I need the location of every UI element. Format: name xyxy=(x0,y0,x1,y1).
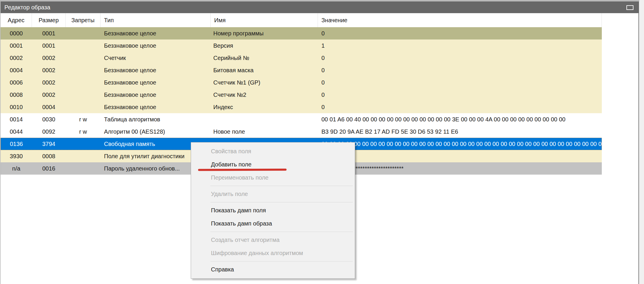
cell-name: Серийный № xyxy=(211,52,318,64)
cell-permissions xyxy=(66,76,100,89)
header-label-value: Значение xyxy=(321,17,347,24)
menu-separator xyxy=(210,202,353,202)
cell-address: 0001 xyxy=(1,39,32,52)
cell-type: Беззнаковое целое xyxy=(100,27,211,39)
cell-type: Таблица алгоритмов xyxy=(100,113,211,125)
cell-value: 0 xyxy=(318,76,602,89)
maximize-icon xyxy=(626,5,633,10)
cell-value: ************************************ xyxy=(318,162,602,175)
cell-permissions xyxy=(66,101,100,113)
cell-value: 00 01 A6 00 40 00 00 00 00 00 00 00 00 0… xyxy=(318,113,602,125)
cell-address: 0004 xyxy=(1,64,32,76)
header-cell-name[interactable]: Имя xyxy=(211,13,318,27)
header-cell-value[interactable]: Значение xyxy=(318,13,602,27)
cell-value: 0 xyxy=(318,89,602,101)
header-cell-addr[interactable]: Адрес xyxy=(1,13,32,27)
cell-permissions: r w xyxy=(66,113,100,125)
cell-size: 3794 xyxy=(32,138,66,150)
cell-permissions xyxy=(66,64,100,76)
cell-value: 0 xyxy=(318,101,602,113)
cell-size: 0002 xyxy=(32,52,66,64)
cell-size: 0002 xyxy=(32,64,66,76)
cell-address: 0008 xyxy=(1,89,32,101)
cell-permissions: r w xyxy=(66,125,100,138)
window-title: Редактор образа xyxy=(4,4,50,11)
table-row[interactable]: 0010 0004 Беззнаковое целое Индекс 0 xyxy=(1,101,602,113)
context-menu-item-show-image-dump[interactable]: Показать дамп образа xyxy=(191,217,355,230)
cell-permissions xyxy=(66,89,100,101)
table-row[interactable]: 0000 0001 Беззнаковое целое Номер програ… xyxy=(1,27,602,39)
context-menu-item-help[interactable]: Справка xyxy=(191,263,355,276)
header-cell-size[interactable]: Размер xyxy=(32,13,66,27)
header-cell-perm[interactable]: Запреты xyxy=(66,13,100,27)
cell-size: 0008 xyxy=(32,150,66,162)
table-header: АдресРазмерЗапретыТипИмяЗначение xyxy=(1,13,602,27)
cell-type: Алгоритм 00 (AES128) xyxy=(100,125,211,138)
menu-separator xyxy=(210,186,353,186)
table-row[interactable]: 0014 0030 r w Таблица алгоритмов 00 01 A… xyxy=(1,113,602,125)
cell-name: Версия xyxy=(211,39,318,52)
cell-value: 0 xyxy=(318,64,602,76)
context-menu-item-field-properties: Свойства поля xyxy=(191,145,355,158)
context-menu-item-create-algorithm-report: Создать отчет алгоритма xyxy=(191,233,355,247)
cell-name: Счетчик №1 (GP) xyxy=(211,76,318,89)
menu-separator xyxy=(210,232,353,232)
maximize-button[interactable] xyxy=(626,5,634,10)
cell-size: 0002 xyxy=(32,76,66,89)
cell-permissions xyxy=(66,150,100,162)
cell-value: 00 00 00 00 00 00 00 00 00 00 00 00 00 0… xyxy=(318,138,602,150)
header-label-name: Имя xyxy=(214,17,226,24)
cell-value: B3 9D 20 9A AE B2 17 AD FD 5E 30 D6 53 9… xyxy=(318,125,602,138)
cell-name xyxy=(211,113,318,125)
cell-value: 0 xyxy=(318,52,602,64)
cell-size: 0001 xyxy=(32,27,66,39)
cell-size: 0002 xyxy=(32,89,66,101)
cell-size: 0092 xyxy=(32,125,66,138)
red-underline-annotation xyxy=(198,168,287,171)
table-row[interactable]: 0001 0001 Беззнаковое целое Версия 1 xyxy=(1,39,602,52)
cell-permissions xyxy=(66,52,100,64)
table-row[interactable]: 0002 0002 Счетчик Серийный № 0 xyxy=(1,52,602,64)
header-label-addr: Адрес xyxy=(8,17,24,24)
context-menu: Свойства поляДобавить полеПереименовать … xyxy=(191,142,355,279)
table-row[interactable]: 0004 0002 Беззнаковое целое Битовая маск… xyxy=(1,64,602,76)
cell-address: n/a xyxy=(1,162,32,175)
title-bar[interactable]: Редактор образа xyxy=(1,1,638,13)
context-menu-item-rename-field: Переименовать поле xyxy=(191,171,355,184)
table-row[interactable]: 0006 0002 Беззнаковое целое Счетчик №1 (… xyxy=(1,76,602,89)
table-row[interactable]: 0044 0092 r w Алгоритм 00 (AES128) Новое… xyxy=(1,125,602,138)
cell-type: Беззнаковое целое xyxy=(100,76,211,89)
cell-size: 0016 xyxy=(32,162,66,175)
cell-permissions xyxy=(66,138,100,150)
context-menu-item-encrypt-data-algorithm: Шифрование данных алгоритмом xyxy=(191,247,355,260)
cell-address: 0044 xyxy=(1,125,32,138)
cell-size: 0030 xyxy=(32,113,66,125)
cell-type: Беззнаковое целое xyxy=(100,39,211,52)
context-menu-item-show-field-dump[interactable]: Показать дамп поля xyxy=(191,204,355,217)
cell-address: 0000 xyxy=(1,27,32,39)
cell-type: Счетчик xyxy=(100,52,211,64)
header-label-size: Размер xyxy=(39,17,59,24)
cell-permissions xyxy=(66,39,100,52)
cell-value: 1 xyxy=(318,39,602,52)
cell-address: 3930 xyxy=(1,150,32,162)
cell-size: 0004 xyxy=(32,101,66,113)
cell-name: Новое поле xyxy=(211,125,318,138)
header-label-type: Тип xyxy=(104,17,114,24)
cell-type: Беззнаковое целое xyxy=(100,64,211,76)
cell-type: Беззнаковое целое xyxy=(100,101,211,113)
header-cell-type[interactable]: Тип xyxy=(100,13,211,27)
context-menu-item-delete-field: Удалить поле xyxy=(191,187,355,201)
cell-size: 0001 xyxy=(32,39,66,52)
header-label-perm: Запреты xyxy=(71,17,94,24)
cell-address: 0014 xyxy=(1,113,32,125)
cell-address: 0136 xyxy=(1,138,32,150)
menu-separator xyxy=(210,261,353,261)
cell-name: Счетчик №2 xyxy=(211,89,318,101)
cell-value: 0 xyxy=(318,27,602,39)
cell-name: Номер программы xyxy=(211,27,318,39)
cell-value xyxy=(318,150,602,162)
cell-permissions xyxy=(66,27,100,39)
cell-permissions xyxy=(66,162,100,175)
table-row[interactable]: 0008 0002 Беззнаковое целое Счетчик №2 0 xyxy=(1,89,602,101)
